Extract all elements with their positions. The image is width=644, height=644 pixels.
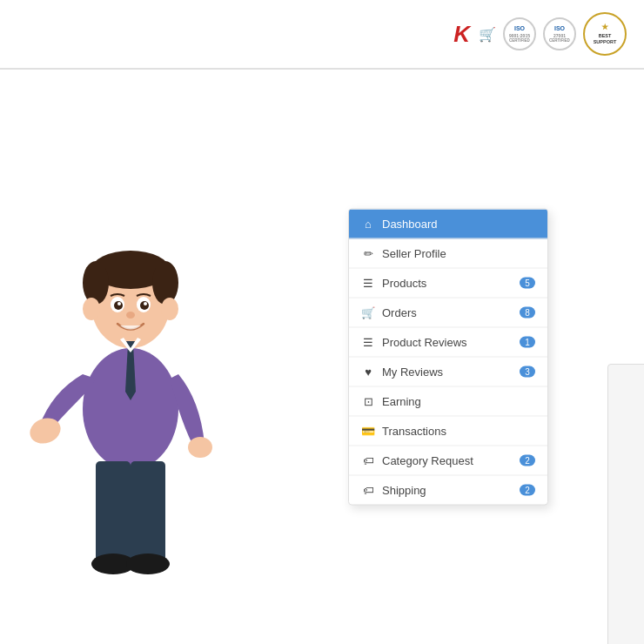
menu-item-category-request[interactable]: 🏷Category Request2 [349,446,547,476]
svg-point-18 [188,437,212,458]
dashboard-icon: ⌂ [361,218,375,231]
dashboard-label: Dashboard [382,218,535,231]
svg-point-22 [126,553,170,574]
header: K 🛒 ISO 9001:2015 CERTIFIED ISO 27001 CE… [0,0,644,70]
paper-back-1 [607,364,644,644]
seller-panel-card: ⌂Dashboard✏Seller Profile☰Products5🛒Orde… [348,209,548,506]
menu-item-my-reviews[interactable]: ♥My Reviews3 [349,358,547,387]
product-reviews-badge: 1 [520,337,535,348]
shipping-label: Shipping [382,484,513,497]
svg-rect-20 [131,461,165,566]
character-illustration [17,122,244,592]
product-reviews-icon: ☰ [361,336,375,349]
transactions-label: Transactions [382,425,535,438]
product-reviews-label: Product Reviews [382,336,513,349]
category-request-label: Category Request [382,454,513,467]
seller-profile-icon: ✏ [361,247,375,260]
main-content: ⌂Dashboard✏Seller Profile☰Products5🛒Orde… [0,70,644,644]
svg-rect-19 [96,461,131,566]
menu-item-earning[interactable]: ⊡Earning [349,387,547,417]
menu-item-product-reviews[interactable]: ☰Product Reviews1 [349,328,547,358]
seller-profile-label: Seller Profile [382,247,535,260]
header-logos: K 🛒 ISO 9001:2015 CERTIFIED ISO 27001 CE… [453,12,627,56]
iso-badge-2: ISO 27001 CERTIFIED [543,17,576,50]
orders-label: Orders [382,306,513,319]
menu-item-seller-profile[interactable]: ✏Seller Profile [349,239,547,269]
category-request-icon: 🏷 [361,454,375,467]
menu-item-products[interactable]: ☰Products5 [349,269,547,299]
orders-icon: 🛒 [361,306,375,319]
orders-badge: 8 [520,307,535,319]
my-reviews-label: My Reviews [382,366,513,379]
shipping-badge: 2 [520,485,535,496]
products-label: Products [382,277,513,290]
iso-badge-1: ISO 9001:2015 CERTIFIED [503,17,536,50]
knowband-logo: K 🛒 [453,21,496,48]
shipping-icon: 🏷 [361,484,375,497]
svg-point-13 [83,298,100,320]
earning-label: Earning [382,395,535,408]
menu-item-orders[interactable]: 🛒Orders8 [349,299,547,328]
svg-point-10 [117,302,121,305]
earning-icon: ⊡ [361,395,375,408]
products-icon: ☰ [361,277,375,290]
svg-point-4 [83,261,109,305]
svg-point-12 [126,312,135,319]
menu-item-transactions[interactable]: 💳Transactions [349,417,547,446]
menu-item-shipping[interactable]: 🏷Shipping2 [349,476,547,505]
my-reviews-badge: 3 [520,366,535,378]
svg-point-5 [152,261,178,305]
category-request-badge: 2 [520,455,535,466]
menu-item-dashboard[interactable]: ⌂Dashboard [349,210,547,239]
cart-icon: 🛒 [479,26,496,43]
products-badge: 5 [520,278,535,289]
best-support-badge: ★ BESTSUPPORT [583,12,627,56]
svg-point-14 [161,298,178,320]
svg-point-11 [144,302,147,305]
transactions-icon: 💳 [361,425,375,438]
my-reviews-icon: ♥ [361,366,375,379]
